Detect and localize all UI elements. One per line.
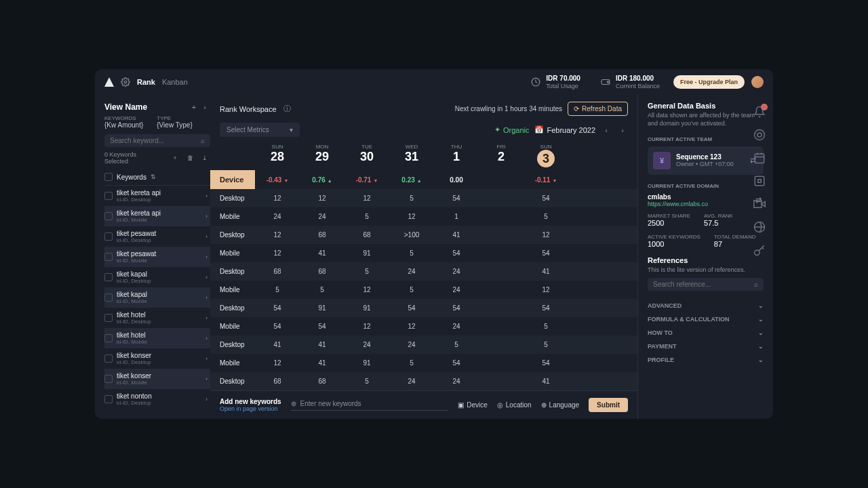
rank-cell[interactable] bbox=[479, 376, 524, 387]
rank-cell[interactable]: 54 bbox=[524, 354, 568, 372]
keyword-row[interactable]: tiket hotelid-ID, Desktop› bbox=[104, 308, 210, 328]
breadcrumb-kanban[interactable]: Kanban bbox=[162, 78, 188, 86]
rank-cell[interactable] bbox=[479, 285, 524, 296]
next-view-icon[interactable]: › bbox=[199, 102, 210, 113]
rank-cell[interactable]: 12 bbox=[344, 281, 389, 299]
submit-button[interactable]: Submit bbox=[589, 398, 628, 412]
add-keyword-icon[interactable]: + bbox=[170, 152, 180, 163]
rank-cell[interactable] bbox=[479, 303, 524, 314]
rank-cell[interactable]: 5 bbox=[389, 354, 434, 372]
row-checkbox[interactable] bbox=[104, 375, 113, 383]
rank-cell[interactable]: 54 bbox=[524, 189, 568, 207]
rank-cell[interactable]: 12 bbox=[255, 226, 300, 244]
row-checkbox[interactable] bbox=[104, 314, 113, 322]
rank-cell[interactable]: 12 bbox=[389, 207, 434, 226]
export-icon[interactable]: ⤓ bbox=[199, 152, 210, 163]
rank-cell[interactable]: 54 bbox=[434, 189, 479, 207]
rank-cell[interactable]: 68 bbox=[300, 262, 344, 281]
row-checkbox[interactable] bbox=[104, 212, 113, 220]
rank-cell[interactable]: 12 bbox=[255, 354, 300, 372]
rank-cell[interactable] bbox=[479, 266, 524, 277]
row-checkbox[interactable] bbox=[104, 192, 113, 200]
rank-cell[interactable] bbox=[479, 340, 524, 350]
delete-icon[interactable]: 🗑 bbox=[184, 152, 195, 163]
rank-cell[interactable]: 12 bbox=[344, 317, 389, 336]
rank-cell[interactable] bbox=[479, 248, 524, 259]
breadcrumb-rank[interactable]: Rank bbox=[137, 78, 155, 86]
rank-cell[interactable]: 5 bbox=[389, 281, 434, 299]
notification-icon[interactable]: 10 bbox=[753, 106, 766, 118]
globe-icon[interactable] bbox=[753, 221, 766, 233]
day-column[interactable]: MON29 bbox=[300, 144, 344, 167]
rank-cell[interactable]: 24 bbox=[434, 262, 479, 281]
rank-cell[interactable]: 91 bbox=[344, 244, 389, 262]
rank-cell[interactable]: 24 bbox=[255, 207, 300, 226]
rank-cell[interactable]: 5 bbox=[524, 336, 568, 354]
rank-cell[interactable]: 5 bbox=[344, 372, 389, 390]
rank-cell[interactable]: 68 bbox=[300, 372, 344, 390]
rank-cell[interactable]: 24 bbox=[344, 336, 389, 354]
keyword-row[interactable]: tiket kapalid-ID, Desktop› bbox=[104, 267, 210, 287]
rank-cell[interactable]: 24 bbox=[434, 372, 479, 390]
upgrade-pill[interactable]: Free - Upgrade Plan bbox=[673, 75, 745, 89]
add-view-icon[interactable]: + bbox=[189, 102, 199, 113]
rank-cell[interactable]: 54 bbox=[300, 317, 344, 336]
rank-cell[interactable]: 12 bbox=[389, 317, 434, 336]
rank-cell[interactable]: 68 bbox=[344, 226, 389, 244]
device-filter[interactable]: ▣Device bbox=[458, 401, 488, 409]
keyword-row[interactable]: tiket hotelid-ID, Mobile› bbox=[104, 328, 210, 348]
organic-toggle[interactable]: ✦Organic bbox=[494, 125, 530, 134]
rank-cell[interactable]: 12 bbox=[524, 226, 568, 244]
keyword-search-input[interactable] bbox=[110, 137, 201, 144]
keyword-row[interactable]: tiket pesawatid-ID, Mobile› bbox=[104, 247, 210, 267]
add-kw-link[interactable]: Open in page version bbox=[220, 405, 281, 412]
rank-cell[interactable]: 68 bbox=[255, 372, 300, 390]
rank-cell[interactable] bbox=[479, 193, 524, 204]
rank-cell[interactable]: 54 bbox=[389, 299, 434, 317]
rank-cell[interactable]: 12 bbox=[255, 189, 300, 207]
language-filter[interactable]: ⊕Language bbox=[541, 401, 580, 409]
rank-cell[interactable]: 54 bbox=[434, 354, 479, 372]
rank-cell[interactable]: 41 bbox=[300, 336, 344, 354]
camera-icon[interactable] bbox=[753, 198, 766, 210]
rank-cell[interactable]: 41 bbox=[300, 244, 344, 262]
keyword-row[interactable]: tiket kereta apiid-ID, Mobile› bbox=[104, 206, 210, 226]
location-filter[interactable]: ◎Location bbox=[497, 401, 532, 409]
rank-cell[interactable]: 41 bbox=[255, 336, 300, 354]
rank-cell[interactable]: 41 bbox=[300, 354, 344, 372]
new-keyword-input[interactable]: ⊕Enter new keywords bbox=[291, 400, 449, 411]
reference-search-input[interactable] bbox=[653, 281, 754, 288]
rank-cell[interactable]: 54 bbox=[524, 299, 568, 317]
rank-cell[interactable]: 68 bbox=[255, 262, 300, 281]
rank-cell[interactable]: 5 bbox=[524, 317, 568, 336]
rank-cell[interactable]: 68 bbox=[300, 226, 344, 244]
rank-cell[interactable] bbox=[479, 230, 524, 241]
next-period-icon[interactable]: › bbox=[617, 125, 628, 136]
rank-cell[interactable]: 5 bbox=[524, 207, 568, 226]
refresh-button[interactable]: ⟳Refresh Data bbox=[568, 102, 628, 116]
rank-cell[interactable]: 54 bbox=[255, 299, 300, 317]
rank-cell[interactable]: 54 bbox=[255, 317, 300, 336]
rank-cell[interactable]: 12 bbox=[344, 189, 389, 207]
keyword-row[interactable]: tiket kapalid-ID, Mobile› bbox=[104, 287, 210, 308]
row-checkbox[interactable] bbox=[104, 273, 113, 281]
keyword-row[interactable]: tiket konserid-ID, Mobile› bbox=[104, 369, 210, 389]
archive-icon[interactable] bbox=[753, 175, 766, 187]
info-icon[interactable]: ⓘ bbox=[282, 104, 293, 115]
day-column[interactable]: SUN28 bbox=[255, 144, 300, 167]
row-checkbox[interactable] bbox=[104, 354, 113, 363]
rank-cell[interactable]: 24 bbox=[434, 281, 479, 299]
select-all-checkbox[interactable] bbox=[104, 173, 113, 181]
rank-cell[interactable]: 41 bbox=[434, 226, 479, 244]
rank-cell[interactable] bbox=[479, 211, 524, 222]
calendar-icon[interactable] bbox=[753, 152, 766, 164]
rank-cell[interactable]: 24 bbox=[389, 262, 434, 281]
rank-cell[interactable]: 5 bbox=[344, 262, 389, 281]
rank-cell[interactable]: 24 bbox=[389, 336, 434, 354]
rank-cell[interactable]: 12 bbox=[524, 281, 568, 299]
rank-cell[interactable]: 54 bbox=[524, 244, 568, 262]
row-checkbox[interactable] bbox=[104, 395, 113, 403]
row-checkbox[interactable] bbox=[104, 293, 113, 302]
rank-cell[interactable]: 54 bbox=[434, 299, 479, 317]
rank-cell[interactable]: 5 bbox=[344, 207, 389, 226]
